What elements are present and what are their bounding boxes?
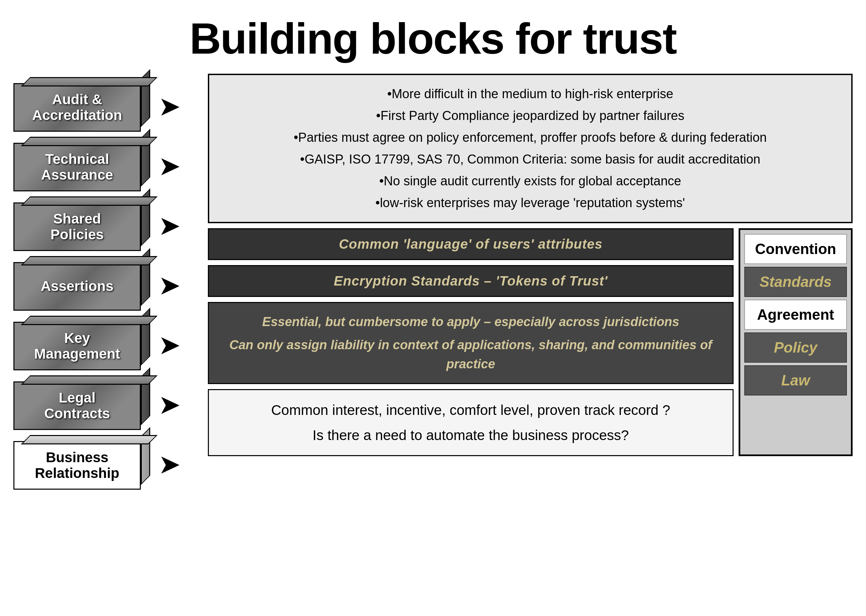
block-business: Business Relationship bbox=[13, 435, 157, 489]
block-front: Audit & Accreditation bbox=[13, 83, 141, 132]
dark-box-line2: Can only assign liability in context of … bbox=[220, 335, 721, 374]
block-top-assertions bbox=[21, 256, 157, 266]
convention-box: Convention Standards Agreement Policy La… bbox=[738, 228, 853, 456]
block-technical: Technical Assurance bbox=[13, 137, 157, 190]
block-label-legal: Legal Contracts bbox=[42, 387, 113, 424]
arrow-audit: ➤ bbox=[159, 93, 179, 121]
block-row-legal: Legal Contracts ➤ bbox=[13, 376, 201, 429]
dark-content-box: Essential, but cumbersome to apply – esp… bbox=[208, 302, 734, 384]
block-front-legal: Legal Contracts bbox=[13, 382, 141, 430]
page: Building blocks for trust Audit & Accred… bbox=[0, 0, 866, 616]
block-label-assertions: Assertions bbox=[38, 276, 116, 297]
block-row-business: Business Relationship ➤ bbox=[13, 435, 201, 489]
convention-item-law: Law bbox=[744, 365, 847, 396]
top-content-box: •More difficult in the medium to high-ri… bbox=[208, 74, 853, 223]
convention-item-agreement: Agreement bbox=[744, 300, 847, 330]
block-row-technical: Technical Assurance ➤ bbox=[13, 137, 201, 190]
arrow-legal: ➤ bbox=[159, 391, 179, 419]
block-row-audit: Audit & Accreditation ➤ bbox=[13, 77, 201, 131]
block-legal: Legal Contracts bbox=[13, 376, 157, 429]
left-blocks: Audit & Accreditation ➤ Technical Assura bbox=[13, 77, 201, 489]
block-front-assertions: Assertions bbox=[13, 262, 141, 311]
block-label-shared: Shared Policies bbox=[48, 209, 107, 245]
banner-assertions: Common 'language' of users' attributes bbox=[208, 228, 734, 260]
block-shared: Shared Policies bbox=[13, 196, 157, 250]
top-bullet5: •No single audit currently exists for gl… bbox=[223, 171, 838, 191]
block-label-business: Business Relationship bbox=[32, 447, 122, 483]
block-row-shared: Shared Policies ➤ bbox=[13, 196, 201, 250]
top-bullet1: •More difficult in the medium to high-ri… bbox=[223, 85, 838, 104]
block-top-tech bbox=[21, 137, 157, 146]
convention-item-standards: Standards bbox=[744, 267, 847, 297]
top-bullet6: •low-risk enterprises may leverage 'repu… bbox=[223, 193, 838, 212]
banner-key: Encryption Standards – 'Tokens of Trust' bbox=[208, 265, 734, 297]
convention-item-convention: Convention bbox=[744, 234, 847, 264]
dark-box-line1: Essential, but cumbersome to apply – esp… bbox=[220, 312, 721, 332]
arrow-shared: ➤ bbox=[159, 212, 179, 240]
block-assertions: Assertions bbox=[13, 256, 157, 310]
bottom-line2: Is there a need to automate the business… bbox=[222, 424, 719, 446]
block-label-technical: Technical Assurance bbox=[39, 149, 116, 185]
arrow-business: ➤ bbox=[159, 451, 179, 479]
arrow-assertions: ➤ bbox=[159, 272, 179, 300]
bottom-content-box: Common interest, incentive, comfort leve… bbox=[208, 389, 734, 456]
block-front-business: Business Relationship bbox=[13, 441, 141, 490]
arrow-key: ➤ bbox=[159, 332, 179, 359]
block-key: Key Management bbox=[13, 316, 157, 369]
block-front-tech: Technical Assurance bbox=[13, 143, 141, 192]
block-top-business bbox=[21, 435, 157, 445]
block-row-assertions: Assertions ➤ bbox=[13, 256, 201, 310]
block-label-key: Key Management bbox=[31, 328, 123, 364]
block-front-shared: Shared Policies bbox=[13, 203, 141, 251]
bottom-line1: Common interest, incentive, comfort leve… bbox=[222, 399, 719, 421]
block-top-legal bbox=[21, 376, 157, 385]
main-layout: Audit & Accreditation ➤ Technical Assura bbox=[13, 74, 853, 489]
middle-boxes: Common 'language' of users' attributes E… bbox=[208, 228, 734, 456]
block-top bbox=[21, 77, 157, 86]
page-title: Building blocks for trust bbox=[13, 13, 853, 64]
convention-item-policy: Policy bbox=[744, 333, 847, 363]
block-audit: Audit & Accreditation bbox=[13, 77, 157, 131]
block-front-key: Key Management bbox=[13, 322, 141, 370]
right-content: •More difficult in the medium to high-ri… bbox=[208, 74, 853, 489]
middle-section: Common 'language' of users' attributes E… bbox=[208, 228, 853, 456]
block-row-key: Key Management ➤ bbox=[13, 316, 201, 369]
top-bullet2: •First Party Compliance jeopardized by p… bbox=[223, 106, 838, 125]
arrow-technical: ➤ bbox=[159, 153, 179, 180]
block-top-key bbox=[21, 316, 157, 325]
block-top-shared bbox=[21, 196, 157, 206]
top-bullet4: •GAISP, ISO 17799, SAS 70, Common Criter… bbox=[223, 150, 838, 169]
top-bullet3: •Parties must agree on policy enforcemen… bbox=[223, 128, 838, 147]
block-label-audit: Audit & Accreditation bbox=[30, 89, 125, 125]
